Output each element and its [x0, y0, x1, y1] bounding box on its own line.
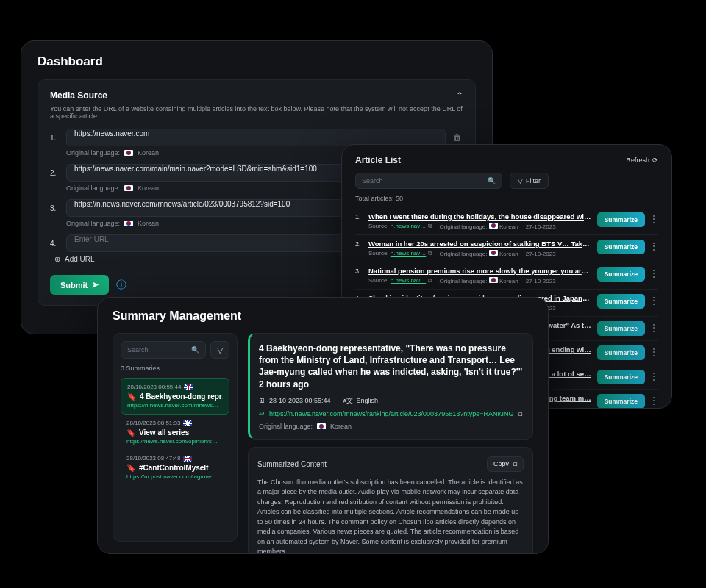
- article-date: 27-10-2023: [526, 223, 556, 230]
- summarize-button[interactable]: Summarize: [597, 294, 645, 309]
- kebab-icon[interactable]: ⋮: [649, 240, 658, 251]
- summary-list-item[interactable]: 28/10/2023 08:47:48 🔖#CantControlMyselfh…: [121, 450, 229, 485]
- article-title-link[interactable]: National pension premiums rise more slow…: [368, 267, 591, 275]
- add-url-label: Add URL: [65, 255, 95, 263]
- summarize-button[interactable]: Summarize: [597, 394, 645, 409]
- summary-filter-button[interactable]: ▽: [210, 341, 229, 359]
- total-articles: Total articles: 50: [355, 195, 658, 202]
- article-title-link[interactable]: Woman in her 20s arrested on suspicion o…: [368, 240, 591, 248]
- refresh-button[interactable]: Refresh ⟳: [626, 157, 658, 164]
- article-search-input[interactable]: Search 🔍: [355, 173, 502, 189]
- summary-content-text: The Chosun Ilbo media outlet's subscript…: [257, 478, 524, 554]
- submit-label: Submit: [60, 281, 88, 290]
- article-number: 2.: [355, 240, 363, 257]
- kebab-icon[interactable]: ⋮: [649, 394, 658, 406]
- article-source-link[interactable]: n.news.nav…: [391, 223, 426, 229]
- article-source-link[interactable]: n.news.nav…: [391, 277, 426, 284]
- summary-content-heading: Summarized Content: [257, 460, 327, 468]
- row-number: 3.: [50, 204, 59, 212]
- summary-content-card: Summarized Content Copy ⧉ The Chosun Ilb…: [248, 447, 533, 554]
- summary-sidebar: Search 🔍 ▽ 3 Summaries 28/10/2023 00:55:…: [113, 333, 238, 542]
- bookmark-icon: 🔖: [127, 392, 136, 401]
- summarize-button[interactable]: Summarize: [597, 345, 645, 360]
- summary-title: Summary Management: [113, 309, 533, 323]
- kebab-icon[interactable]: ⋮: [649, 321, 658, 333]
- search-icon: 🔍: [488, 177, 496, 184]
- copy-button[interactable]: Copy ⧉: [487, 456, 524, 472]
- orig-lang-label: Original language:: [66, 220, 120, 227]
- article-meta: Source: n.news.nav… ⧉Original language: …: [368, 250, 591, 257]
- article-date: 27-10-2023: [526, 251, 556, 257]
- summarize-button[interactable]: Summarize: [597, 321, 645, 336]
- korea-flag-icon: [489, 223, 498, 229]
- link-icon: ↩: [259, 410, 265, 417]
- summary-item-title: View all series: [139, 429, 189, 437]
- orig-lang-label: Original language:: [66, 149, 120, 157]
- summarize-button[interactable]: Summarize: [597, 267, 645, 282]
- summary-item-title: #CantControlMyself: [139, 464, 208, 472]
- summarize-button[interactable]: Summarize: [597, 370, 645, 384]
- summary-item-title: 4 Baekhyeon-dong repr…: [140, 392, 223, 401]
- filter-button[interactable]: ▽ Filter: [510, 173, 549, 189]
- summarize-button[interactable]: Summarize: [597, 212, 645, 227]
- korea-flag-icon: [124, 220, 133, 226]
- orig-lang-label: Original language:: [259, 423, 313, 430]
- copy-icon[interactable]: ⧉: [428, 277, 432, 284]
- uk-flag-icon: [183, 420, 192, 426]
- filter-icon: ▽: [217, 345, 223, 355]
- language-icon: ᴀ文: [343, 396, 353, 406]
- kebab-icon[interactable]: ⋮: [649, 345, 658, 357]
- media-source-description: You can enter the URL of a website conta…: [50, 105, 463, 120]
- summary-item-timestamp: 28/10/2023 08:47:48: [126, 455, 224, 462]
- kebab-icon[interactable]: ⋮: [649, 212, 658, 224]
- korea-flag-icon: [489, 250, 498, 256]
- copy-icon[interactable]: ⧉: [428, 223, 432, 229]
- kebab-icon[interactable]: ⋮: [649, 370, 658, 381]
- collapse-icon[interactable]: ⌃: [456, 90, 463, 101]
- summary-detail-heading: 4 Baekhyeon-dong representative, "There …: [259, 343, 524, 390]
- copy-icon: ⧉: [513, 460, 517, 468]
- article-number: 1.: [355, 212, 363, 230]
- info-icon[interactable]: ⓘ: [116, 279, 126, 292]
- dashboard-title: Dashboard: [38, 54, 476, 69]
- summary-item-url: https://news.naver.com/opinion/s…: [126, 438, 224, 445]
- summary-detail-lang: English: [357, 397, 379, 404]
- search-placeholder: Search: [127, 346, 149, 354]
- copy-icon[interactable]: ⧉: [428, 250, 432, 257]
- korea-flag-icon: [317, 423, 326, 429]
- article-list-title: Article List: [355, 155, 401, 165]
- summary-list-item[interactable]: 28/10/2023 00:55:44 🔖4 Baekhyeon-dong re…: [121, 378, 229, 415]
- summary-list-item[interactable]: 28/10/2023 08:51:33 🔖View all serieshttp…: [121, 415, 229, 450]
- bookmark-icon: 🔖: [126, 429, 135, 437]
- refresh-icon: ⟳: [652, 157, 658, 164]
- lang-name: Korean: [138, 184, 159, 192]
- summary-panel: Summary Management Search 🔍 ▽ 3 Summarie…: [97, 297, 549, 554]
- media-source-heading: Media Source: [50, 90, 107, 101]
- article-source-link[interactable]: n.news.nav…: [391, 250, 426, 257]
- uk-flag-icon: [183, 456, 192, 462]
- summary-detail-link[interactable]: https://n.news.naver.com/mnews/ranking/a…: [269, 410, 513, 417]
- row-number: 4.: [50, 240, 59, 248]
- article-number: 3.: [355, 267, 363, 284]
- calendar-icon: 🗓: [259, 397, 265, 404]
- kebab-icon[interactable]: ⋮: [649, 294, 658, 306]
- refresh-label: Refresh: [626, 157, 649, 164]
- article-item: 2.Woman in her 20s arrested on suspicion…: [355, 234, 658, 262]
- kebab-icon[interactable]: ⋮: [649, 267, 658, 279]
- article-title-link[interactable]: When I went there during the holidays, t…: [368, 212, 591, 220]
- article-item: 1.When I went there during the holidays,…: [355, 208, 658, 234]
- row-number: 2.: [50, 169, 59, 177]
- lang-name: Korean: [138, 149, 159, 157]
- filter-icon: ▽: [518, 177, 523, 184]
- korea-flag-icon: [124, 185, 133, 191]
- send-icon: ➤: [92, 280, 99, 290]
- search-placeholder: Search: [362, 177, 383, 184]
- submit-button[interactable]: Submit ➤: [50, 275, 109, 295]
- summarize-button[interactable]: Summarize: [597, 240, 645, 254]
- trash-icon[interactable]: 🗑: [453, 132, 463, 143]
- orig-lang-label: Original language:: [66, 184, 120, 192]
- korea-flag-icon: [489, 277, 498, 283]
- summary-search-input[interactable]: Search 🔍: [121, 341, 206, 359]
- copy-link-icon[interactable]: ⧉: [518, 410, 522, 418]
- korea-flag-icon: [124, 150, 133, 156]
